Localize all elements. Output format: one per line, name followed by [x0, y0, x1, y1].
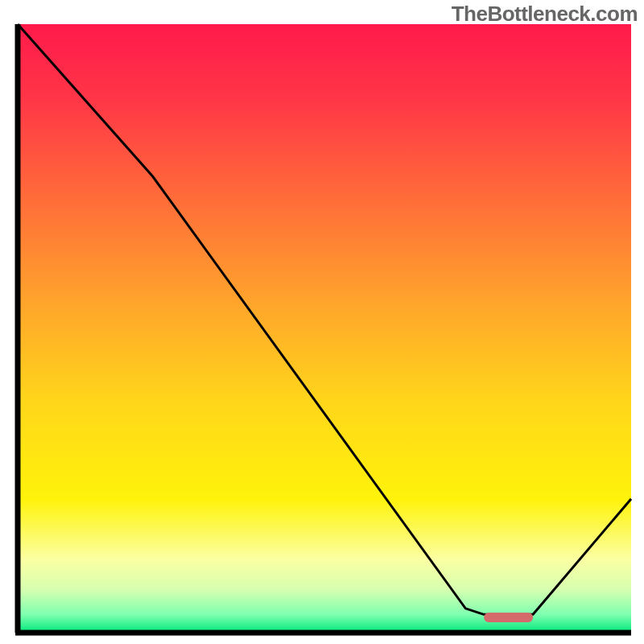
- plot-background: [18, 24, 631, 633]
- watermark-text: TheBottleneck.com: [452, 2, 638, 27]
- bottleneck-chart: [0, 0, 644, 644]
- sweet-spot-marker: [484, 613, 533, 622]
- plot-area: [15, 24, 631, 633]
- chart-container: TheBottleneck.com: [0, 0, 644, 644]
